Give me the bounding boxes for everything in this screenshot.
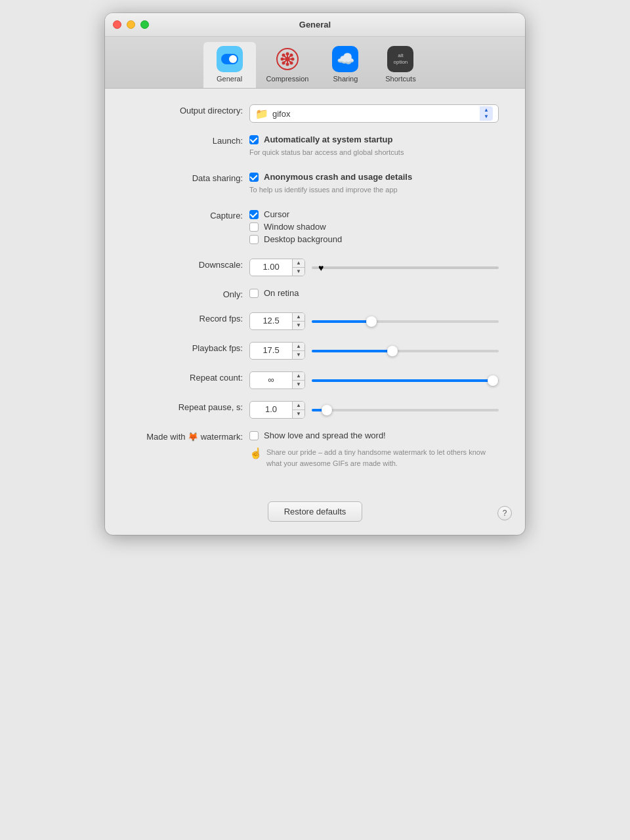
general-icon	[217, 46, 243, 72]
stepper-up-icon[interactable]: ▲	[484, 108, 489, 113]
repeat-count-down-icon[interactable]: ▼	[293, 381, 304, 389]
repeat-pause-input-wrapper: 1.0 ▲ ▼	[249, 401, 499, 419]
capture-label: Capture:	[131, 209, 249, 220]
downscale-input[interactable]: 1.00 ▲ ▼	[249, 259, 305, 276]
repeat-pause-down-icon[interactable]: ▼	[293, 410, 304, 419]
downscale-slider-thumb[interactable]: ♥	[316, 262, 326, 273]
repeat-count-label: Repeat count:	[131, 371, 249, 383]
repeat-pause-slider-thumb[interactable]	[322, 405, 332, 415]
playback-fps-slider-container	[312, 350, 499, 352]
only-retina-checkbox[interactable]	[249, 289, 259, 298]
stepper-down-icon[interactable]: ▼	[484, 114, 489, 119]
maximize-button[interactable]	[140, 20, 149, 29]
repeat-count-slider-track[interactable]	[312, 379, 499, 382]
data-sharing-checkbox[interactable]	[249, 173, 259, 182]
main-content: Output directory: 📁 gifox ▲ ▼ Launch: Au…	[105, 89, 525, 495]
capture-window-shadow-checkbox[interactable]	[249, 222, 259, 232]
playback-fps-input[interactable]: 17.5 ▲ ▼	[249, 342, 305, 360]
repeat-count-up-icon[interactable]: ▲	[293, 372, 304, 381]
repeat-count-row: Repeat count: ∞ ▲ ▼	[131, 371, 499, 389]
capture-desktop-bg-label: Desktop background	[264, 234, 342, 244]
repeat-pause-input[interactable]: 1.0 ▲ ▼	[249, 401, 305, 419]
repeat-pause-stepper[interactable]: ▲ ▼	[292, 402, 304, 418]
tab-general[interactable]: General	[203, 42, 256, 88]
launch-checkbox[interactable]	[249, 135, 259, 144]
data-sharing-checkbox-row: Anonymous crash and usage details	[249, 172, 499, 182]
tab-sharing-label: Sharing	[333, 75, 358, 83]
shortcuts-line1: alt	[398, 52, 403, 59]
svg-point-9	[286, 63, 289, 66]
only-label: Only:	[131, 288, 249, 299]
directory-stepper[interactable]: ▲ ▼	[480, 106, 493, 121]
capture-window-shadow-label: Window shadow	[264, 222, 326, 232]
repeat-pause-slider-track[interactable]	[312, 409, 499, 411]
tab-shortcuts-label: Shortcuts	[385, 75, 415, 83]
capture-row: Capture: Cursor Window shadow Desktop ba…	[131, 209, 499, 247]
capture-cursor-label: Cursor	[264, 209, 289, 219]
capture-cursor-checkbox[interactable]	[249, 210, 259, 219]
watermark-label: Made with 🦊 watermark:	[131, 430, 249, 442]
repeat-count-slider-thumb[interactable]	[488, 375, 498, 386]
watermark-note: ☝️ Share our pride – add a tiny handsome…	[249, 447, 499, 469]
restore-defaults-button[interactable]: Restore defaults	[268, 501, 363, 522]
repeat-count-stepper[interactable]: ▲ ▼	[292, 372, 304, 388]
close-button[interactable]	[113, 20, 121, 29]
record-fps-slider-thumb[interactable]	[366, 316, 377, 327]
capture-desktop-bg-row: Desktop background	[249, 234, 499, 244]
repeat-pause-row: Repeat pause, s: 1.0 ▲ ▼	[131, 401, 499, 419]
downscale-slider-track[interactable]: ♥	[312, 266, 499, 269]
help-button[interactable]: ?	[497, 506, 512, 520]
capture-desktop-bg-checkbox[interactable]	[249, 235, 259, 244]
toolbar: General	[105, 37, 525, 89]
playback-fps-value: 17.5	[250, 343, 292, 359]
minimize-button[interactable]	[127, 20, 135, 29]
repeat-count-control: ∞ ▲ ▼	[249, 371, 499, 389]
downscale-down-icon[interactable]: ▼	[293, 268, 304, 276]
repeat-count-input[interactable]: ∞ ▲ ▼	[249, 371, 305, 389]
tab-compression-label: Compression	[266, 75, 309, 83]
downscale-stepper[interactable]: ▲ ▼	[292, 259, 304, 276]
playback-fps-slider-fill	[312, 350, 392, 352]
repeat-count-slider-fill	[312, 379, 493, 382]
downscale-label: Downscale:	[131, 259, 249, 270]
repeat-pause-value: 1.0	[250, 402, 292, 418]
titlebar: General	[105, 13, 525, 37]
downscale-value: 1.00	[250, 259, 292, 276]
playback-fps-up-icon[interactable]: ▲	[293, 343, 304, 351]
tab-sharing[interactable]: ☁️ Sharing	[319, 42, 371, 88]
folder-icon: 📁	[255, 108, 268, 120]
window-title: General	[299, 20, 331, 30]
watermark-note-icon: ☝️	[249, 447, 262, 459]
watermark-checkbox[interactable]	[249, 431, 259, 440]
directory-selector[interactable]: 📁 gifox ▲ ▼	[249, 104, 499, 123]
svg-point-12	[290, 54, 293, 57]
watermark-note-text: Share our pride – add a tiny handsome wa…	[266, 447, 499, 469]
playback-fps-slider-thumb[interactable]	[387, 346, 398, 356]
data-sharing-label: Data sharing:	[131, 172, 249, 183]
record-fps-row: Record fps: 12.5 ▲ ▼	[131, 312, 499, 330]
shortcuts-icon: alt option	[387, 46, 413, 72]
downscale-input-wrapper: 1.00 ▲ ▼ ♥	[249, 259, 499, 276]
output-directory-label: Output directory:	[131, 104, 249, 116]
playback-fps-slider-track[interactable]	[312, 350, 499, 352]
record-fps-up-icon[interactable]: ▲	[293, 313, 304, 322]
playback-fps-stepper[interactable]: ▲ ▼	[292, 343, 304, 359]
downscale-up-icon[interactable]: ▲	[293, 259, 304, 268]
record-fps-down-icon[interactable]: ▼	[293, 322, 304, 330]
record-fps-slider-track[interactable]	[312, 320, 499, 323]
repeat-pause-up-icon[interactable]: ▲	[293, 402, 304, 410]
watermark-control: Show love and spread the word! ☝️ Share …	[249, 430, 499, 469]
data-sharing-checkbox-label: Anonymous crash and usage details	[264, 172, 412, 182]
launch-control: Automatically at system startup For quic…	[249, 135, 499, 160]
record-fps-stepper[interactable]: ▲ ▼	[292, 313, 304, 329]
directory-name: gifox	[272, 109, 476, 119]
launch-label: Launch:	[131, 135, 249, 146]
playback-fps-down-icon[interactable]: ▼	[293, 351, 304, 360]
tab-compression[interactable]: Compression	[259, 42, 317, 88]
record-fps-input[interactable]: 12.5 ▲ ▼	[249, 312, 305, 330]
tab-shortcuts[interactable]: alt option Shortcuts	[374, 42, 427, 88]
launch-row: Launch: Automatically at system startup …	[131, 135, 499, 160]
playback-fps-input-wrapper: 17.5 ▲ ▼	[249, 342, 499, 360]
launch-checkbox-row: Automatically at system startup	[249, 135, 499, 144]
capture-window-shadow-row: Window shadow	[249, 222, 499, 232]
